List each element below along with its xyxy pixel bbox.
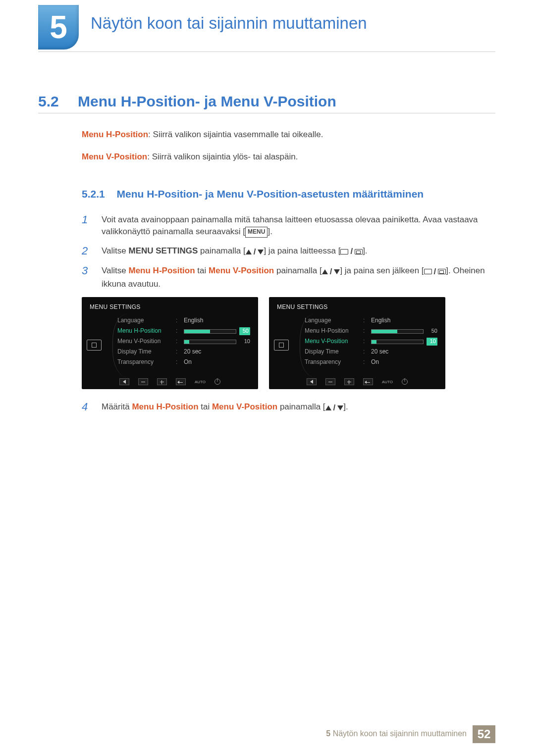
step-number: 3	[82, 265, 93, 290]
step4-orange1: Menu H-Position	[132, 402, 198, 411]
subsection-heading: 5.2.1 Menu H-Position- ja Menu V-Positio…	[82, 187, 485, 202]
osd-plus-icon	[157, 378, 167, 385]
footer-chapter-title: Näytön koon tai sijainnin muuttaminen	[333, 729, 467, 738]
step1-text-a: Voit avata avainoppaan painamalla mitä t…	[102, 215, 478, 237]
osd-item-h-position: Menu H-Position: 50	[305, 326, 437, 337]
osd-slider-value: 10	[239, 338, 250, 346]
section-number: 5.2	[38, 93, 59, 109]
step4-text-d: ].	[343, 402, 348, 411]
definition-v-position: : Siirrä valikon sijaintia ylös- tai ala…	[147, 152, 298, 161]
osd-value: On	[184, 358, 250, 366]
page-number-badge: 52	[473, 725, 495, 743]
step-1: 1 Voit avata avainoppaan painamalla mitä…	[82, 214, 485, 238]
step4-text-a: Määritä	[102, 402, 132, 411]
osd-title: MENU SETTINGS	[277, 303, 437, 311]
osd-button-bar: AUTO	[82, 378, 258, 385]
definition-row: Menu H-Position: Siirrä valikon sijainti…	[82, 129, 485, 141]
section-divider	[38, 113, 495, 113]
osd-panel-right: MENU SETTINGS Language: English Menu H-P…	[269, 297, 445, 389]
step1-text-b: ].	[268, 227, 272, 236]
osd-value: English	[184, 316, 250, 325]
step-text: Valitse MENU SETTINGS painamalla [/] ja …	[102, 245, 485, 258]
osd-value: 20 sec	[371, 348, 437, 356]
osd-back-icon	[119, 378, 129, 385]
osd-power-icon	[214, 379, 220, 385]
osd-slider-value: 50	[239, 327, 250, 335]
osd-item-display-time: Display Time: 20 sec	[305, 347, 437, 357]
step2-text-a: Valitse	[102, 246, 129, 255]
step4-text-b: tai	[199, 402, 212, 411]
step-3: 3 Valitse Menu H-Position tai Menu V-Pos…	[82, 265, 485, 290]
step-4: 4 Määritä Menu H-Position tai Menu V-Pos…	[82, 401, 485, 414]
step3-orange2: Menu V-Position	[209, 266, 274, 275]
osd-slider	[371, 340, 424, 344]
term-h-position: Menu H-Position	[82, 130, 148, 139]
osd-list: Language: English Menu H-Position: 50 Me…	[305, 316, 437, 368]
step-number: 1	[82, 214, 93, 238]
osd-screenshots: MENU SETTINGS Language: English Menu H-P…	[82, 297, 485, 389]
term-v-position: Menu V-Position	[82, 152, 147, 161]
step3-text-b: tai	[195, 266, 209, 275]
steps-list: 1 Voit avata avainoppaan painamalla mitä…	[82, 214, 485, 414]
header-divider	[38, 51, 495, 52]
osd-item-h-position: Menu H-Position: 50	[117, 326, 250, 337]
osd-enter-icon	[363, 378, 373, 385]
osd-enter-icon	[176, 378, 186, 385]
osd-slider	[184, 329, 236, 334]
osd-item-v-position: Menu V-Position: 10	[117, 337, 250, 347]
step3-text-d: ] ja paina sen jälkeen [	[340, 266, 424, 275]
osd-slider-value: 10	[427, 338, 437, 346]
osd-power-icon	[402, 379, 408, 385]
step-2: 2 Valitse MENU SETTINGS painamalla [/] j…	[82, 245, 485, 258]
subsection-title: Menu H-Position- ja Menu V-Position-aset…	[117, 188, 424, 200]
menu-key-icon: MENU	[245, 227, 268, 237]
section-title: Menu H-Position- ja Menu V-Position	[78, 93, 336, 109]
osd-panel-left: MENU SETTINGS Language: English Menu H-P…	[82, 297, 258, 389]
osd-auto-label: AUTO	[195, 379, 206, 385]
step2-bold: MENU SETTINGS	[129, 246, 198, 255]
step3-orange1: Menu H-Position	[129, 266, 195, 275]
step-text: Valitse Menu H-Position tai Menu V-Posit…	[102, 265, 485, 290]
osd-value: English	[371, 316, 437, 325]
chapter-number-badge: 5	[38, 5, 79, 50]
osd-minus-icon	[138, 378, 148, 385]
osd-auto-label: AUTO	[382, 379, 393, 385]
osd-title: MENU SETTINGS	[90, 303, 250, 311]
section-heading: 5.2 Menu H-Position- ja Menu V-Position	[38, 93, 336, 110]
step4-text-c: painamalla [	[277, 402, 325, 411]
up-down-arrow-icon: /	[322, 266, 340, 278]
footer-chapter-num: 5	[326, 729, 330, 738]
osd-value: 20 sec	[184, 348, 250, 356]
osd-item-v-position: Menu V-Position: 10	[305, 337, 437, 347]
subsection-number: 5.2.1	[82, 188, 105, 200]
osd-list: Language: English Menu H-Position: 50 Me…	[117, 316, 250, 368]
body-content: Menu H-Position: Siirrä valikon sijainti…	[82, 124, 485, 421]
osd-back-icon	[307, 378, 317, 385]
osd-item-language: Language: English	[305, 316, 437, 326]
osd-item-display-time: Display Time: 20 sec	[117, 347, 250, 357]
osd-item-language: Language: English	[117, 316, 250, 326]
page-footer: 5 Näytön koon tai sijainnin muuttaminen …	[326, 725, 495, 743]
osd-button-bar: AUTO	[269, 378, 445, 385]
step3-text-c: painamalla [	[274, 266, 321, 275]
osd-plus-icon	[344, 378, 354, 385]
osd-item-transparency: Transparency: On	[117, 357, 250, 368]
source-enter-icon: /	[424, 266, 446, 278]
source-enter-icon: /	[340, 246, 363, 258]
chapter-title: Näytön koon tai sijainnin muuttaminen	[91, 14, 367, 33]
step-text: Määritä Menu H-Position tai Menu V-Posit…	[102, 401, 485, 414]
footer-text: 5 Näytön koon tai sijainnin muuttaminen	[326, 725, 473, 743]
definition-row: Menu V-Position: Siirrä valikon sijainti…	[82, 151, 485, 163]
osd-category-icon	[87, 340, 102, 351]
osd-value: On	[371, 358, 437, 366]
osd-curve-decoration	[112, 314, 127, 377]
chapter-header: 5 Näytön koon tai sijainnin muuttaminen	[38, 5, 495, 50]
osd-item-transparency: Transparency: On	[305, 357, 437, 368]
step2-text-d: ].	[363, 246, 367, 255]
osd-category-icon	[274, 340, 289, 351]
osd-slider	[371, 329, 424, 334]
definition-h-position: : Siirrä valikon sijaintia vasemmalle ta…	[148, 130, 323, 139]
step2-text-b: painamalla [	[198, 246, 245, 255]
osd-minus-icon	[325, 378, 335, 385]
step-number: 4	[82, 401, 93, 414]
